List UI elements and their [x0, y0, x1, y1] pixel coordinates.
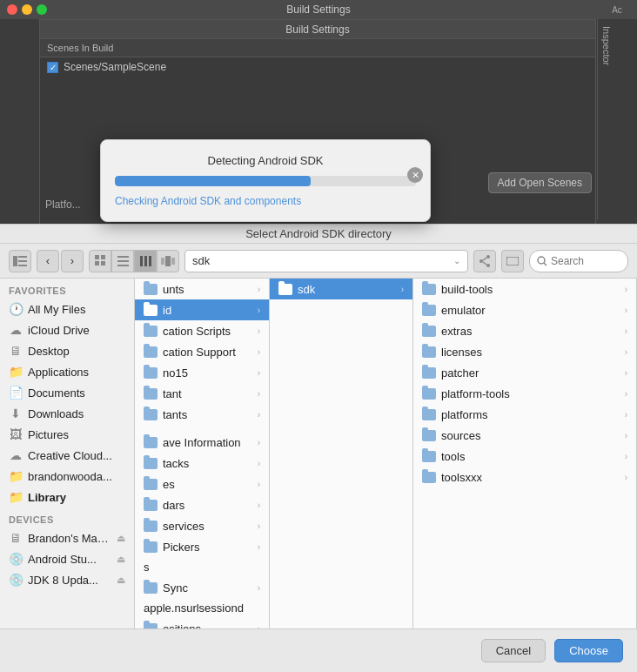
close-btn[interactable]	[7, 4, 17, 15]
list-item[interactable]: cation Support ›	[135, 341, 269, 362]
list-item[interactable]: ositions ›	[135, 618, 269, 628]
window-buttons	[7, 4, 47, 15]
chevron-icon: ›	[625, 306, 627, 315]
documents-icon: 📄	[9, 386, 23, 400]
forward-button[interactable]: ›	[61, 250, 84, 272]
location-bar[interactable]: sdk ⌄	[184, 250, 468, 272]
list-item[interactable]: dars ›	[135, 494, 269, 515]
chevron-icon: ›	[258, 410, 260, 420]
svg-rect-15	[165, 256, 171, 266]
chevron-icon: ›	[258, 583, 260, 593]
sidebar-label: Android Stu...	[28, 553, 111, 566]
folder-icon	[144, 519, 158, 533]
list-item[interactable]: platform-tools ›	[413, 383, 636, 404]
sidebar-item-desktop[interactable]: 🖥 Desktop	[0, 340, 134, 361]
list-item[interactable]: emulator ›	[413, 299, 636, 320]
folder-icon	[144, 540, 158, 554]
svg-point-23	[538, 257, 545, 264]
scene-item[interactable]: ✓ Scenes/SampleScene	[40, 57, 595, 77]
chevron-icon: ›	[625, 452, 627, 461]
list-item[interactable]: tants ›	[135, 404, 269, 425]
sidebar-item-brandons-mac[interactable]: 🖥 Brandon's Mac _ ⏏	[0, 528, 134, 548]
list-item[interactable]: es ›	[135, 474, 269, 494]
list-item[interactable]: tacks ›	[135, 453, 269, 474]
coverflow-view-button[interactable]	[157, 250, 179, 272]
sidebar-toggle-button[interactable]	[9, 250, 31, 272]
progress-bar-bg	[115, 176, 416, 186]
list-item[interactable]: build-tools ›	[413, 279, 636, 299]
list-item[interactable]: extras ›	[413, 320, 636, 341]
scenes-header: Scenes In Build	[40, 39, 595, 57]
folder-icon	[144, 498, 158, 512]
list-item[interactable]: no15 ›	[135, 362, 269, 383]
sidebar-item-pictures[interactable]: 🖼 Pictures	[0, 424, 134, 445]
list-item[interactable]: toolsxxx ›	[413, 467, 636, 487]
minimize-btn[interactable]	[22, 4, 32, 15]
svg-rect-11	[140, 256, 143, 266]
inspector-label: Inspector	[598, 19, 615, 72]
list-item[interactable]: Sync ›	[135, 577, 269, 598]
sidebar-label: iCloud Drive	[28, 324, 125, 337]
list-item[interactable]	[135, 425, 269, 432]
sidebar-item-jdk[interactable]: 💿 JDK 8 Upda... ⏏	[0, 569, 134, 590]
list-item[interactable]: services ›	[135, 515, 269, 536]
choose-button[interactable]: Choose	[554, 639, 623, 662]
share-button[interactable]	[473, 250, 496, 272]
sidebar-item-brandonwooda[interactable]: 📁 brandonwooda...	[0, 466, 134, 487]
list-item[interactable]: tools ›	[413, 446, 636, 467]
add-open-scenes-button[interactable]: Add Open Scenes	[488, 172, 592, 193]
list-item[interactable]: patcher ›	[413, 362, 636, 383]
sidebar-item-documents[interactable]: 📄 Documents	[0, 382, 134, 403]
list-item[interactable]: ave Information ›	[135, 432, 269, 453]
sdk-folder-item[interactable]: sdk ›	[270, 279, 412, 299]
top-right-area: Ac	[597, 0, 637, 19]
sidebar-item-downloads[interactable]: ⬇ Downloads	[0, 403, 134, 424]
sidebar-item-applications[interactable]: 📁 Applications	[0, 361, 134, 382]
sidebar-item-library[interactable]: 📁 Library	[0, 487, 134, 507]
sidebar-item-icloud[interactable]: ☁ iCloud Drive	[0, 319, 134, 340]
pictures-icon: 🖼	[9, 427, 23, 441]
icon-view-button[interactable]	[89, 250, 111, 272]
eject-icon2: ⏏	[117, 554, 125, 565]
list-item[interactable]: tant ›	[135, 383, 269, 404]
svg-rect-16	[171, 258, 175, 265]
sidebar-item-creative-cloud[interactable]: ☁ Creative Cloud...	[0, 445, 134, 466]
sidebar-label: Applications	[28, 366, 125, 379]
search-icon	[537, 256, 547, 266]
clock-icon: 🕐	[9, 302, 23, 316]
svg-rect-7	[101, 261, 105, 265]
detecting-modal: Detecting Android SDK ✕ Checking Android…	[100, 139, 431, 222]
list-item[interactable]: licenses ›	[413, 341, 636, 362]
list-item[interactable]: cation Scripts ›	[135, 320, 269, 341]
svg-line-20	[483, 258, 486, 260]
search-box[interactable]	[529, 250, 628, 272]
list-item[interactable]: sources ›	[413, 425, 636, 446]
cancel-button[interactable]: Cancel	[481, 639, 546, 662]
list-item-selected[interactable]: id ›	[135, 299, 269, 320]
svg-rect-14	[161, 258, 164, 265]
list-item[interactable]: unts ›	[135, 279, 269, 299]
chevron-icon: ›	[258, 624, 260, 629]
folder-icon	[144, 622, 158, 628]
search-input[interactable]	[551, 255, 620, 267]
chevron-icon: ›	[401, 285, 404, 294]
view-buttons	[89, 250, 179, 272]
list-item[interactable]: Pickers ›	[135, 536, 269, 557]
list-item-platforms[interactable]: platforms ›	[413, 404, 636, 425]
list-item[interactable]: apple.nsurlsessiond	[135, 598, 269, 618]
scene-checkbox[interactable]: ✓	[47, 62, 58, 73]
list-view-button[interactable]	[111, 250, 134, 272]
window-toggle-button[interactable]	[501, 250, 524, 272]
chevron-icon: ›	[625, 347, 627, 357]
maximize-btn[interactable]	[37, 4, 47, 15]
sidebar-item-android-studio[interactable]: 💿 Android Stu... ⏏	[0, 548, 134, 569]
svg-line-24	[544, 263, 546, 265]
folder-icon	[422, 324, 436, 338]
progress-close-button[interactable]: ✕	[407, 167, 423, 183]
list-item[interactable]: s	[135, 557, 269, 577]
sidebar-item-all-my-files[interactable]: 🕐 All My Files	[0, 299, 134, 319]
folder-icon	[422, 428, 436, 442]
library-folder-icon: 📁	[9, 490, 23, 504]
column-view-button[interactable]	[134, 250, 157, 272]
back-button[interactable]: ‹	[37, 250, 59, 272]
